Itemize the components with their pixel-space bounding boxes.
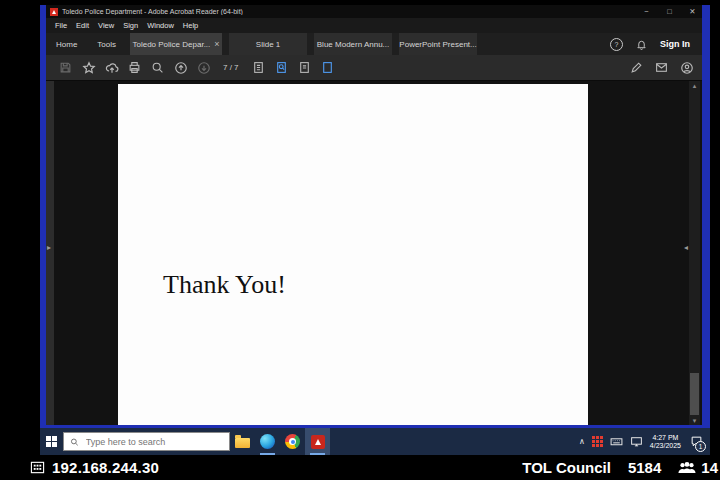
ip-address: 192.168.244.30 (52, 459, 159, 476)
windows-logo-icon (46, 436, 51, 441)
arrow-down-circle-icon (197, 61, 211, 75)
clock-time: 4:27 PM (650, 434, 681, 442)
page-blank-icon (321, 61, 334, 74)
notifications-bell-button[interactable] (634, 37, 649, 52)
tab-document-blue-modern[interactable]: Blue Modern Annu... (314, 33, 392, 55)
notification-badge: 1 (695, 441, 706, 452)
reading-mode-button[interactable] (297, 60, 312, 75)
taskbar-search-input[interactable] (84, 436, 223, 448)
menu-file[interactable]: File (55, 21, 67, 30)
menu-help[interactable]: Help (183, 21, 198, 30)
pdf-page: Thank You! (118, 84, 588, 425)
minimize-button[interactable]: − (637, 5, 656, 18)
menu-view[interactable]: View (98, 21, 114, 30)
tab-document-toledo-police[interactable]: Toledo Police Depar... × (130, 33, 222, 55)
menu-bar: File Edit View Sign Window Help (46, 18, 702, 33)
adobe-acrobat-logo-icon (50, 8, 58, 16)
tab-home[interactable]: Home (46, 33, 87, 55)
file-explorer-button[interactable] (230, 428, 255, 455)
magnifier-icon (151, 61, 164, 74)
taskbar-search[interactable] (63, 432, 230, 451)
vertical-scrollbar[interactable]: ▴ ▾ (689, 81, 700, 425)
scroll-down-icon[interactable]: ▾ (689, 416, 700, 425)
sign-in-button[interactable]: Sign In (660, 39, 690, 49)
menu-sign[interactable]: Sign (123, 21, 138, 30)
single-page-button[interactable] (320, 60, 335, 75)
help-icon[interactable]: ? (610, 38, 623, 51)
stream-overlay-bar: 192.168.244.30 TOL Council 5184 14 (0, 455, 720, 480)
scroll-up-icon[interactable]: ▴ (689, 81, 700, 90)
overlay-left: 192.168.244.30 (30, 459, 159, 476)
envelope-icon (655, 61, 668, 74)
windows-taskbar: ∧ 4:27 PM 4/23/2025 1 (40, 428, 710, 455)
search-button[interactable] (150, 60, 165, 75)
fill-sign-button[interactable] (629, 60, 644, 75)
chrome-button[interactable] (280, 428, 305, 455)
scrollbar-thumb[interactable] (690, 373, 699, 415)
participants: 14 (678, 459, 718, 476)
tab-tools[interactable]: Tools (87, 33, 126, 55)
tab-label: Blue Modern Annu... (317, 40, 390, 49)
print-button[interactable] (127, 60, 142, 75)
pen-icon (630, 61, 643, 74)
search-icon (70, 437, 79, 447)
title-bar: Toledo Police Department - Adobe Acrobat… (46, 5, 702, 18)
page-view-button[interactable] (251, 60, 266, 75)
document-area: ▸ Thank You! ◂ ▴ ▾ (46, 81, 702, 425)
tray-chevron-icon[interactable]: ∧ (579, 437, 585, 446)
acrobat-icon (311, 435, 325, 449)
cloud-upload-icon (105, 61, 119, 75)
red-grid-icon (592, 436, 595, 439)
acrobat-button[interactable] (305, 428, 330, 455)
tray-keyboard-button[interactable] (610, 435, 623, 448)
chrome-icon (285, 434, 300, 449)
close-button[interactable]: ✕ (683, 5, 702, 18)
expand-right-panel-icon[interactable]: ◂ (684, 244, 688, 252)
page-number-field[interactable]: 7 / 7 (223, 63, 239, 72)
menu-window[interactable]: Window (147, 21, 174, 30)
send-mail-button[interactable] (654, 60, 669, 75)
expand-left-panel-icon[interactable]: ▸ (47, 244, 51, 252)
tray-app-grid-button[interactable] (592, 436, 603, 447)
bell-icon (636, 39, 647, 50)
share-cloud-button[interactable] (104, 60, 119, 75)
keyboard-icon (610, 435, 623, 448)
zoom-page-view-button[interactable] (274, 60, 289, 75)
tab-document-slide-1[interactable]: Slide 1 (229, 33, 307, 55)
toolbar: 7 / 7 (46, 55, 702, 81)
tab-document-powerpoint[interactable]: PowerPoint Present... (399, 33, 477, 55)
page-text-icon (298, 61, 311, 74)
meeting-code: 5184 (628, 459, 661, 476)
tab-label: Toledo Police Depar... (132, 40, 210, 49)
overlay-right: TOL Council 5184 14 (522, 459, 718, 476)
meeting-name: TOL Council (522, 459, 611, 476)
tab-label: Slide 1 (256, 40, 280, 49)
profile-button[interactable] (679, 60, 694, 75)
tab-label: PowerPoint Present... (399, 40, 476, 49)
tab-close-icon[interactable]: × (214, 39, 219, 49)
people-icon (678, 461, 696, 474)
edge-button[interactable] (255, 428, 280, 455)
save-icon (59, 61, 72, 74)
previous-page-button[interactable] (173, 60, 188, 75)
menu-edit[interactable]: Edit (76, 21, 89, 30)
tray-display-button[interactable] (630, 435, 643, 448)
left-panel-rail (46, 81, 54, 425)
taskbar-clock[interactable]: 4:27 PM 4/23/2025 (650, 434, 681, 450)
action-center-button[interactable]: 1 (688, 428, 705, 455)
windows-desktop: Toledo Police Department - Adobe Acrobat… (40, 5, 710, 455)
favorite-button[interactable] (81, 60, 96, 75)
person-circle-icon (680, 61, 694, 75)
tab-bar-right: ? Sign In (610, 33, 702, 55)
maximize-button[interactable]: □ (660, 5, 679, 18)
system-tray: ∧ 4:27 PM 4/23/2025 1 (579, 428, 710, 455)
start-button[interactable] (40, 428, 63, 455)
building-grid-icon (30, 460, 45, 475)
screen: Toledo Police Department - Adobe Acrobat… (0, 0, 720, 480)
next-page-button[interactable] (196, 60, 211, 75)
page-text: Thank You! (163, 270, 286, 300)
arrow-up-circle-icon (174, 61, 188, 75)
save-button[interactable] (58, 60, 73, 75)
edge-icon (260, 434, 275, 449)
acrobat-window: Toledo Police Department - Adobe Acrobat… (46, 5, 702, 425)
